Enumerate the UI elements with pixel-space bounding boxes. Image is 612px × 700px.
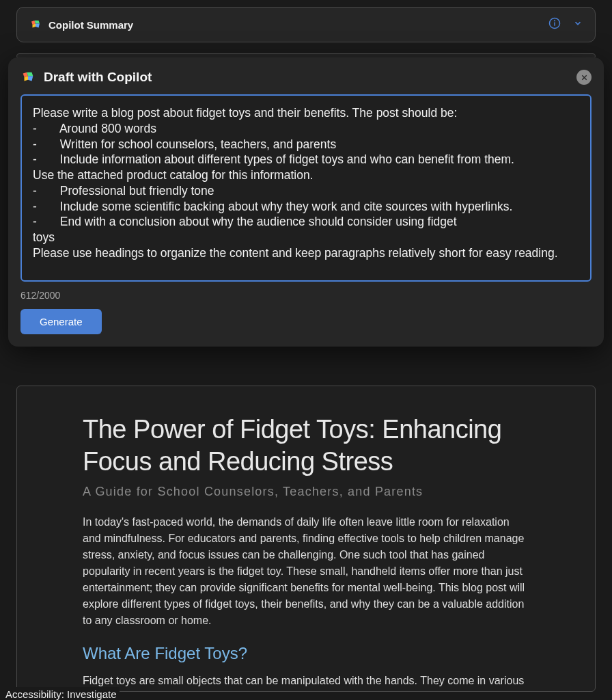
close-button[interactable] (576, 70, 592, 85)
generate-button[interactable]: Generate (20, 309, 102, 334)
document-body[interactable]: The Power of Fidget Toys: Enhancing Focu… (16, 386, 596, 692)
status-bar: Accessibility: Investigate (3, 687, 120, 700)
info-icon[interactable] (548, 17, 561, 32)
document-title: The Power of Fidget Toys: Enhancing Focu… (83, 414, 529, 478)
document-heading: What Are Fidget Toys? (83, 644, 529, 663)
svg-point-2 (555, 21, 555, 21)
copilot-icon (20, 70, 36, 85)
dialog-title: Draft with Copilot (44, 70, 576, 85)
character-count: 612/2000 (20, 290, 592, 301)
draft-copilot-dialog: Draft with Copilot Please write a blog p… (8, 57, 604, 347)
document-subtitle: A Guide for School Counselors, Teachers,… (83, 485, 529, 499)
copilot-summary-panel[interactable]: Copilot Summary (16, 7, 596, 42)
document-paragraph: Fidget toys are small objects that can b… (83, 673, 529, 689)
chevron-down-icon[interactable] (573, 18, 583, 31)
summary-panel-title: Copilot Summary (48, 19, 548, 31)
document-paragraph: In today's fast-paced world, the demands… (83, 514, 529, 629)
copilot-icon (29, 18, 42, 31)
dialog-header: Draft with Copilot (20, 70, 592, 85)
prompt-input[interactable]: Please write a blog post about fidget to… (20, 94, 592, 282)
prompt-text: Please write a blog post about fidget to… (33, 105, 579, 261)
